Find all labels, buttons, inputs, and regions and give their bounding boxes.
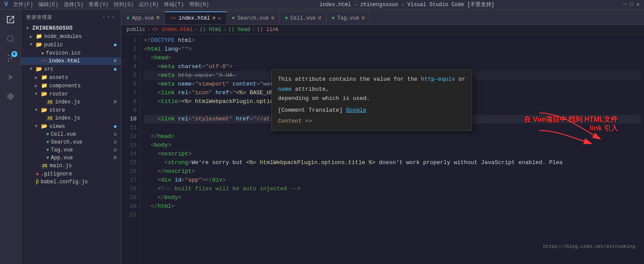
views-dot: [114, 125, 116, 128]
sidebar-item-views[interactable]: ▼ 📂 views: [21, 122, 121, 130]
root-label: ZHINENGSOSUO: [32, 25, 72, 31]
favicon-icon: ★: [41, 50, 44, 56]
tab-cell-vue[interactable]: ▼ Cell.vue U: [280, 11, 326, 24]
sidebar-item-src[interactable]: ▼ 📂 src: [21, 65, 121, 73]
tab-tag-vue[interactable]: ▼ Tag.vue U: [326, 11, 370, 24]
index-html-tab-close[interactable]: ✕: [218, 15, 221, 22]
router-index-label: index.js: [55, 99, 80, 105]
sidebar-item-favicon[interactable]: ★ favicon.ico: [21, 49, 121, 57]
tree-root[interactable]: ▼ ZHINENGSOSUO: [21, 24, 121, 32]
code-line-12: </head>: [144, 132, 641, 141]
window-title: index.html - zhinengsosuo - Visual Studi…: [319, 1, 494, 8]
line-1: 1: [121, 36, 137, 45]
sidebar-item-router-index[interactable]: JS index.js M: [21, 98, 121, 106]
tooltip-after: attribute,: [295, 86, 329, 93]
router-index-icon: JS: [46, 99, 53, 105]
folder-icon: 📁: [36, 33, 42, 40]
cell-label: Cell.vue: [51, 131, 76, 137]
code-line-19: </body>: [144, 193, 641, 202]
sidebar-item-assets[interactable]: ▶ 📁 assets: [21, 73, 121, 82]
line-20: 20: [121, 202, 137, 211]
sidebar-item-babel[interactable]: β babel.config.js: [21, 178, 121, 186]
app-vue-badge: M: [114, 156, 116, 161]
sidebar-item-app-vue[interactable]: ▼ App.vue M: [21, 154, 121, 162]
tab-index-html[interactable]: <> index.html M ✕: [165, 11, 226, 24]
sidebar-item-gitignore[interactable]: ◈ .gitignore: [21, 170, 121, 178]
sidebar-title: 资源管理器: [26, 14, 52, 21]
sidebar-item-cell[interactable]: ▼ Cell.vue U: [21, 130, 121, 138]
sidebar-menu-icon[interactable]: ···: [102, 13, 116, 21]
sidebar-item-router[interactable]: ▼ 📂 router: [21, 90, 121, 98]
line-3: 3: [121, 54, 137, 62]
index-html-icon: <>: [41, 58, 47, 64]
views-label: views: [49, 123, 65, 130]
activity-run[interactable]: [3, 69, 18, 85]
sidebar-item-public[interactable]: ▼ 📂 public: [21, 41, 121, 49]
line-11: 11: [121, 123, 137, 132]
sidebar-item-index-html[interactable]: <> index.html M: [21, 57, 121, 65]
breadcrumb-link[interactable]: ⟨⟩ link: [257, 26, 279, 33]
line-21: 21: [121, 211, 137, 219]
tabs-bar: ▼ App.vue M <> index.html M ✕ ▼ Search.v…: [121, 10, 644, 25]
code-editor[interactable]: 1 2 3 4 5 6 7 8 9 10 11 12 13 14 15 16 1…: [121, 34, 644, 264]
menu-select[interactable]: 选择(S): [64, 1, 84, 8]
breadcrumb-public[interactable]: public: [127, 27, 145, 33]
activity-search[interactable]: [3, 31, 18, 47]
tooltip-code1: http-equiv: [421, 75, 455, 82]
favicon-label: favicon.ico: [46, 50, 80, 56]
line-9: 9: [121, 106, 137, 115]
sidebar-item-components[interactable]: ▶ 📁 components: [21, 82, 121, 90]
line-2: 2: [121, 45, 137, 54]
activity-extensions[interactable]: [3, 89, 18, 104]
breadcrumb-head[interactable]: ⟨⟩ head: [228, 26, 250, 33]
search-label: Search.vue: [51, 139, 82, 145]
cell-badge: U: [114, 132, 116, 137]
sidebar-item-store-index[interactable]: JS index.js: [21, 114, 121, 122]
store-index-label: index.js: [55, 115, 80, 121]
search-badge: U: [114, 140, 116, 145]
maximize-button[interactable]: □: [630, 1, 633, 8]
activity-explorer[interactable]: [3, 12, 18, 27]
components-label: components: [49, 83, 81, 89]
sidebar-item-node-modules[interactable]: ▶ 📁 node_modules: [21, 32, 121, 41]
sidebar-item-main-js[interactable]: JS main.js: [21, 162, 121, 170]
activity-git[interactable]: 8: [3, 50, 18, 66]
code-line-1: <!DOCTYPE html>: [144, 36, 641, 45]
menu-file[interactable]: 文件(F): [13, 1, 33, 8]
sidebar-item-store[interactable]: ▼ 📂 store: [21, 106, 121, 114]
code-line-15: <strong>We're sorry but <%= htmlWebpackP…: [144, 158, 641, 167]
line-16: 16: [121, 167, 137, 176]
code-content[interactable]: <!DOCTYPE html> <html lang=""> <head> <m…: [140, 34, 644, 264]
sidebar-item-tag[interactable]: ▼ Tag.vue U: [21, 146, 121, 154]
vscode-logo: V: [4, 1, 8, 8]
tab-search-vue[interactable]: ▼ Search.vue U: [227, 11, 280, 24]
index-html-label: index.html: [48, 58, 80, 64]
components-icon: 📁: [41, 82, 48, 89]
breadcrumb-html[interactable]: ⟨⟩ html: [199, 26, 221, 33]
minimize-button[interactable]: ─: [623, 1, 626, 8]
public-label: public: [44, 42, 63, 48]
breadcrumb-indexhtml[interactable]: <> index.html: [152, 27, 193, 33]
main-js-icon: JS: [41, 163, 48, 169]
activity-bar: 8: [0, 10, 21, 264]
menu-view[interactable]: 查看(V): [89, 1, 109, 8]
menu-terminal[interactable]: 终端(T): [164, 1, 184, 8]
router-index-badge: M: [114, 100, 116, 105]
tag-badge: U: [114, 148, 116, 153]
line-19: 19: [121, 193, 137, 202]
code-line-21: [144, 211, 641, 219]
sidebar-item-search[interactable]: ▼ Search.vue U: [21, 138, 121, 146]
tooltip-content-arrow: Content =>: [278, 118, 312, 124]
menu-run[interactable]: 运行(R): [139, 1, 159, 8]
tab-app-vue[interactable]: ▼ App.vue M: [121, 11, 165, 24]
assets-icon: 📁: [41, 74, 48, 81]
tooltip-translate-link[interactable]: Google: [346, 107, 367, 113]
menu-goto[interactable]: 转到(G): [114, 1, 134, 8]
menu-edit[interactable]: 编辑(E): [38, 1, 58, 8]
close-button[interactable]: ✕: [637, 1, 640, 8]
node-modules-label: node_modules: [44, 34, 82, 40]
menu-bar[interactable]: V 文件(F) 编辑(E) 选择(S) 查看(V) 转到(G) 运行(R) 终端…: [4, 1, 209, 8]
cell-vue-tab-icon: ▼: [285, 16, 288, 21]
code-line-2: <html lang="">: [144, 45, 641, 54]
menu-help[interactable]: 帮助(H): [189, 1, 209, 8]
